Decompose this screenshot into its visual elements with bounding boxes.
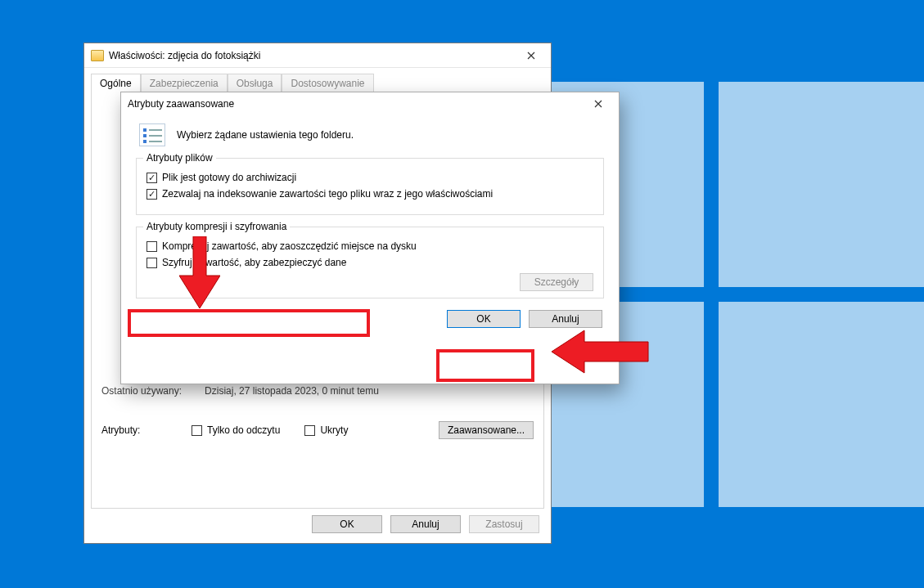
ok-button[interactable]: OK [312, 515, 382, 533]
checkbox-icon [146, 173, 157, 183]
annotation-arrow-left-icon [552, 329, 650, 375]
hidden-checkbox[interactable]: Ukryty [304, 424, 348, 436]
close-button[interactable] [515, 46, 548, 65]
cancel-button[interactable]: Anuluj [390, 515, 461, 533]
checkbox-icon [304, 425, 315, 436]
tab-general[interactable]: Ogólne [91, 74, 141, 92]
desktop: Właściwości: zdjęcia do fotoksiążki Ogól… [0, 0, 924, 588]
properties-button-row: OK Anuluj Zastosuj [312, 515, 539, 533]
properties-titlebar: Właściwości: zdjęcia do fotoksiążki [84, 43, 551, 68]
checkbox-icon [146, 258, 157, 268]
close-icon [527, 52, 535, 60]
hidden-label: Ukryty [320, 424, 348, 436]
advanced-button-row: OK Anuluj [136, 310, 604, 328]
last-used-value: Dzisiaj, 27 listopada 2023, 0 minut temu [205, 385, 379, 397]
close-icon [594, 100, 602, 108]
settings-list-icon [139, 123, 165, 146]
attributes-label: Atrybuty: [101, 424, 167, 436]
advanced-button[interactable]: Zaawansowane... [439, 421, 534, 439]
folder-icon [91, 50, 104, 61]
checkbox-icon [146, 189, 157, 200]
cancel-button[interactable]: Anuluj [529, 310, 602, 328]
archive-checkbox[interactable]: Plik jest gotowy do archiwizacji [146, 172, 593, 183]
readonly-label: Tylko do odczytu [207, 424, 280, 436]
annotation-arrow-down-icon [179, 236, 220, 310]
close-button[interactable] [584, 94, 612, 114]
file-attributes-legend: Atrybuty plików [143, 152, 216, 164]
tab-strip: Ogólne Zabezpieczenia Obsługa Dostosowyw… [91, 73, 544, 92]
last-used-row: Ostatnio używany: Dzisiaj, 27 listopada … [101, 385, 534, 397]
instruction-text: Wybierz żądane ustawienia tego folderu. [177, 129, 354, 141]
apply-button[interactable]: Zastosuj [469, 515, 539, 533]
tab-support[interactable]: Obsługa [228, 74, 282, 92]
advanced-titlebar: Atrybuty zaawansowane [121, 92, 619, 115]
last-used-label: Ostatnio używany: [101, 385, 182, 397]
attributes-row: Atrybuty: Tylko do odczytu Ukryty Zaawan… [101, 421, 534, 439]
archive-label: Plik jest gotowy do archiwizacji [162, 172, 296, 183]
instruction-row: Wybierz żądane ustawienia tego folderu. [139, 123, 604, 146]
file-attributes-group: Atrybuty plików Plik jest gotowy do arch… [136, 158, 604, 215]
index-checkbox[interactable]: Zezwalaj na indeksowanie zawartości tego… [146, 188, 593, 200]
tab-security[interactable]: Zabezpieczenia [141, 74, 228, 92]
checkbox-icon [192, 425, 202, 436]
ok-button[interactable]: OK [447, 310, 521, 328]
advanced-title: Atrybuty zaawansowane [128, 98, 584, 110]
index-label: Zezwalaj na indeksowanie zawartości tego… [162, 188, 493, 200]
checkbox-icon [146, 241, 157, 252]
tab-customize[interactable]: Dostosowywanie [282, 74, 373, 92]
details-button[interactable]: Szczegóły [520, 273, 593, 291]
compress-encrypt-legend: Atrybuty kompresji i szyfrowania [143, 221, 290, 232]
readonly-checkbox[interactable]: Tylko do odczytu [192, 424, 280, 436]
properties-title: Właściwości: zdjęcia do fotoksiążki [109, 50, 515, 61]
